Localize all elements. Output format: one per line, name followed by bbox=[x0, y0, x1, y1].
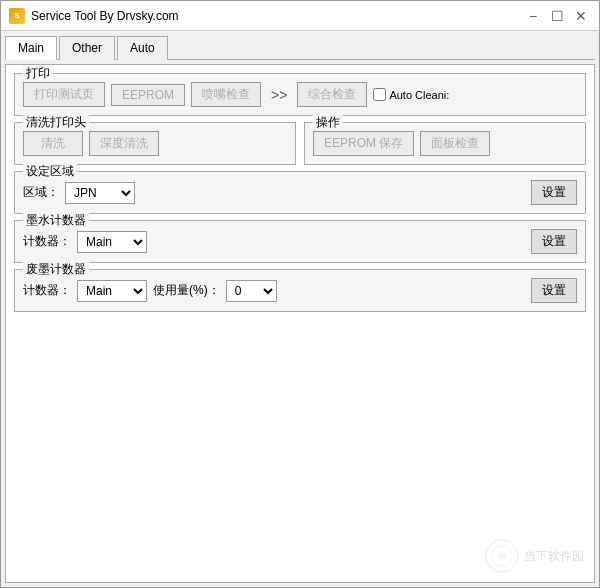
operation-title: 操作 bbox=[313, 114, 343, 131]
operation-buttons-row: EEPROM 保存 面板检查 bbox=[313, 131, 577, 156]
tab-auto[interactable]: Auto bbox=[117, 36, 168, 60]
usage-select[interactable]: 0 10 20 50 100 bbox=[226, 280, 277, 302]
clean-buttons-row: 清洗 深度清洗 bbox=[23, 131, 287, 156]
nozzle-check-button[interactable]: 喷嘴检查 bbox=[191, 82, 261, 107]
print-group-title: 打印 bbox=[23, 65, 53, 82]
print-buttons-row: 打印测试页 EEPROM 喷嘴检查 >> 综合检查 Auto Cleani: bbox=[23, 82, 577, 107]
ink-counter-title: 墨水计数器 bbox=[23, 212, 89, 229]
full-check-button[interactable]: 综合检查 bbox=[297, 82, 367, 107]
title-bar-left: S Service Tool By Drvsky.com bbox=[9, 8, 179, 24]
ink-counter-set-button[interactable]: 设置 bbox=[531, 229, 577, 254]
eeprom-button[interactable]: EEPROM bbox=[111, 84, 185, 106]
region-select[interactable]: JPN USA EUR bbox=[65, 182, 135, 204]
watermark-logo bbox=[484, 538, 520, 574]
tab-main[interactable]: Main bbox=[5, 36, 57, 60]
ink-counter-label: 计数器： bbox=[23, 233, 71, 250]
ink-counter-row: 计数器： Main Sub 设置 bbox=[23, 229, 577, 254]
test-print-button[interactable]: 打印测试页 bbox=[23, 82, 105, 107]
ink-counter-select[interactable]: Main Sub bbox=[77, 231, 147, 253]
window-title: Service Tool By Drvsky.com bbox=[31, 9, 179, 23]
waste-counter-select[interactable]: Main Sub bbox=[77, 280, 147, 302]
waste-counter-row: 计数器： Main Sub 使用量(%)： 0 10 20 50 100 设置 bbox=[23, 278, 577, 303]
region-row: 区域： JPN USA EUR 设置 bbox=[23, 180, 577, 205]
watermark-text: 当下软件园 bbox=[524, 548, 584, 565]
operation-group: 操作 EEPROM 保存 面板检查 bbox=[304, 122, 586, 165]
clean-head-title: 清洗打印头 bbox=[23, 114, 89, 131]
eeprom-save-button[interactable]: EEPROM 保存 bbox=[313, 131, 414, 156]
main-panel: 打印 打印测试页 EEPROM 喷嘴检查 >> 综合检查 Auto Cleani… bbox=[5, 64, 595, 583]
close-button[interactable]: ✕ bbox=[571, 6, 591, 26]
waste-counter-set-button[interactable]: 设置 bbox=[531, 278, 577, 303]
minimize-button[interactable]: − bbox=[523, 6, 543, 26]
window-controls: − ☐ ✕ bbox=[523, 6, 591, 26]
arrow-button[interactable]: >> bbox=[267, 85, 291, 105]
auto-clean-text: Auto Cleani: bbox=[389, 89, 449, 101]
watermark: 当下软件园 bbox=[484, 538, 584, 574]
auto-clean-checkbox[interactable] bbox=[373, 88, 386, 101]
region-set-button[interactable]: 设置 bbox=[531, 180, 577, 205]
clean-operation-row: 清洗打印头 清洗 深度清洗 操作 EEPROM 保存 面板检查 bbox=[14, 122, 586, 165]
auto-clean-label: Auto Cleani: bbox=[373, 88, 449, 101]
waste-counter-group: 废墨计数器 计数器： Main Sub 使用量(%)： 0 10 20 50 1… bbox=[14, 269, 586, 312]
region-title: 设定区域 bbox=[23, 163, 77, 180]
main-window: S Service Tool By Drvsky.com − ☐ ✕ Main … bbox=[0, 0, 600, 588]
region-label: 区域： bbox=[23, 184, 59, 201]
waste-counter-label: 计数器： bbox=[23, 282, 71, 299]
svg-point-2 bbox=[498, 552, 506, 560]
tab-other[interactable]: Other bbox=[59, 36, 115, 60]
print-group: 打印 打印测试页 EEPROM 喷嘴检查 >> 综合检查 Auto Cleani… bbox=[14, 73, 586, 116]
clean-button[interactable]: 清洗 bbox=[23, 131, 83, 156]
region-group: 设定区域 区域： JPN USA EUR 设置 bbox=[14, 171, 586, 214]
clean-head-group: 清洗打印头 清洗 深度清洗 bbox=[14, 122, 296, 165]
ink-counter-group: 墨水计数器 计数器： Main Sub 设置 bbox=[14, 220, 586, 263]
deep-clean-button[interactable]: 深度清洗 bbox=[89, 131, 159, 156]
panel-check-button[interactable]: 面板检查 bbox=[420, 131, 490, 156]
maximize-button[interactable]: ☐ bbox=[547, 6, 567, 26]
usage-label: 使用量(%)： bbox=[153, 282, 220, 299]
app-icon: S bbox=[9, 8, 25, 24]
spacer bbox=[14, 318, 586, 574]
content-area: Main Other Auto 打印 打印测试页 EEPROM 喷嘴检查 >> … bbox=[1, 31, 599, 587]
waste-counter-title: 废墨计数器 bbox=[23, 261, 89, 278]
tab-bar: Main Other Auto bbox=[5, 35, 595, 60]
title-bar: S Service Tool By Drvsky.com − ☐ ✕ bbox=[1, 1, 599, 31]
